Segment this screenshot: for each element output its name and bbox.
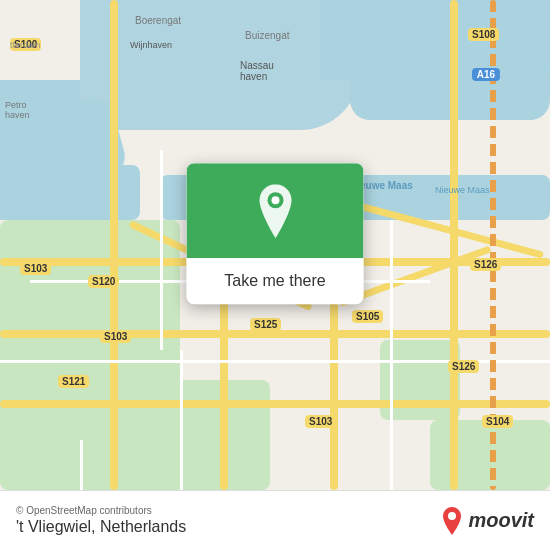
label-boerengat: Boerengat [135,15,181,26]
shield-s120: S120 [88,275,119,288]
label-nieuwe-maas-2: Nieuwe Maas [435,185,490,195]
road-minor-v3 [180,350,183,490]
popup-icon-area [187,163,364,258]
road-v1 [110,0,118,490]
label-buizengat: Buizengat [245,30,289,41]
svg-point-1 [271,196,279,204]
location-name: 't Vliegwiel, Netherlands [16,518,186,536]
shield-s108: S108 [468,28,499,41]
location-popup: Take me there [187,163,364,304]
shield-s125: S125 [250,318,281,331]
shield-s104: S104 [482,415,513,428]
take-me-there-button[interactable]: Take me there [187,258,364,304]
attribution-text: © OpenStreetMap contributors [16,505,186,516]
road-h2 [0,330,550,338]
label-wijnhaven: Wijnhaven [130,40,172,50]
moovit-logo: moovit [440,507,534,535]
shield-s126-1: S126 [470,258,501,271]
shield-s103-2: S103 [100,330,131,343]
location-pin-icon [253,184,297,238]
shield-s103-1: S103 [20,262,51,275]
shield-s126-2: S126 [448,360,479,373]
road-h3 [0,400,550,408]
shield-a16: A16 [472,68,500,81]
road-minor-v4 [80,440,83,490]
shield-s121: S121 [58,375,89,388]
label-rotterdam: tterdam [10,40,41,50]
location-info: © OpenStreetMap contributors 't Vliegwie… [16,505,186,536]
map-view: S100 S108 A16 S103 S103 S103 S120 S121 S… [0,0,550,490]
green-mid [150,380,270,490]
road-minor-v1 [160,150,163,350]
svg-point-3 [448,512,456,520]
road-v4 [450,0,458,490]
moovit-logo-icon [440,507,464,535]
water-harbor [80,0,360,130]
bottom-bar: © OpenStreetMap contributors 't Vliegwie… [0,490,550,550]
shield-s105: S105 [352,310,383,323]
moovit-brand-name: moovit [468,509,534,532]
shield-s103-3: S103 [305,415,336,428]
label-petrohaven: Petrohaven [5,100,30,120]
label-nassauhaven: Nassauhaven [240,60,274,82]
road-minor-v2 [390,220,393,490]
